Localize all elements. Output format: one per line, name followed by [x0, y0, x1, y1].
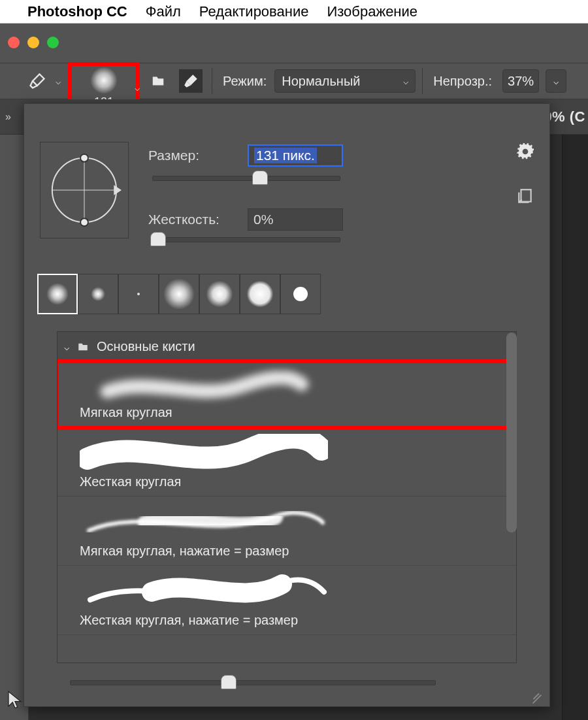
- create-new-preset-button[interactable]: [517, 188, 534, 207]
- brush-list-scrollbar[interactable]: [506, 333, 517, 532]
- brush-tip-option[interactable]: [240, 274, 280, 314]
- blend-mode-label: Режим:: [223, 74, 267, 89]
- brush-tip-option[interactable]: [159, 274, 199, 314]
- chevron-down-icon: ⌵: [135, 82, 140, 93]
- window-close-button[interactable]: [8, 37, 20, 48]
- brush-tool-icon[interactable]: [26, 70, 48, 92]
- brush-thumbnail-zoom-slider[interactable]: [70, 680, 436, 685]
- svg-point-5: [80, 218, 88, 226]
- brush-size-label: Размер:: [148, 148, 236, 163]
- app-window: ⌵ 131 ⌵ Режим: Нормальный ⌵ Непрозр.: 37…: [0, 24, 588, 720]
- brush-hardness-label: Жесткость:: [148, 212, 236, 227]
- brush-preset-name: Мягкая круглая: [80, 405, 507, 420]
- brush-folder-name: Основные кисти: [97, 339, 195, 354]
- canvas-dark-region: [562, 135, 588, 720]
- svg-point-4: [80, 154, 88, 162]
- menubar-appname[interactable]: Photoshop CC: [27, 3, 127, 20]
- brush-tip-option[interactable]: [37, 274, 78, 314]
- panel-collapse-chevrons-icon[interactable]: »: [5, 111, 11, 123]
- opacity-label: Непрозр.:: [433, 74, 492, 89]
- brush-preset-name: Жесткая круглая, нажатие = размер: [80, 613, 507, 628]
- menubar-edit[interactable]: Редактирование: [199, 3, 309, 20]
- slider-thumb[interactable]: [221, 675, 237, 689]
- brush-tip-shape-row: [37, 272, 334, 316]
- brush-preset-name: Жесткая круглая: [80, 474, 507, 489]
- opacity-dropdown[interactable]: ⌵: [546, 69, 566, 93]
- brush-stroke-preview-icon: [80, 434, 328, 470]
- menubar-image[interactable]: Изображение: [327, 3, 417, 20]
- brush-tip-option[interactable]: [199, 274, 240, 314]
- brush-stroke-preview-icon: [80, 371, 328, 401]
- folder-icon: [76, 341, 90, 353]
- slider-thumb[interactable]: [150, 232, 166, 246]
- brush-stroke-preview-icon: [80, 572, 328, 609]
- window-traffic-lights: [8, 37, 59, 48]
- tool-options-bar: ⌵ 131 ⌵ Режим: Нормальный ⌵ Непрозр.: 37…: [0, 63, 588, 99]
- blend-mode-select[interactable]: Нормальный ⌵: [274, 69, 416, 93]
- brush-preset-item[interactable]: Жесткая круглая, нажатие = размер: [57, 566, 516, 635]
- macos-menubar: Photoshop CC Файл Редактирование Изображ…: [0, 0, 588, 24]
- brush-preset-panel: Размер: 131 пикс. Жесткость: 0%: [24, 103, 550, 707]
- svg-marker-3: [114, 185, 122, 195]
- brush-size-field[interactable]: 131 пикс.: [248, 144, 343, 167]
- panel-settings-button[interactable]: [517, 143, 534, 163]
- window-minimize-button[interactable]: [27, 37, 39, 48]
- options-divider: [212, 68, 212, 94]
- brush-tool-dropdown[interactable]: ⌵: [52, 76, 64, 86]
- svg-rect-6: [521, 189, 531, 201]
- brush-preset-item[interactable]: Мягкая круглая: [57, 362, 516, 427]
- brush-stroke-preview-icon: [80, 503, 328, 540]
- brush-tip-option[interactable]: [280, 274, 321, 314]
- brush-settings-toggle[interactable]: [179, 69, 203, 93]
- brush-folder-button[interactable]: [146, 69, 170, 93]
- blend-mode-value: Нормальный: [282, 74, 360, 89]
- brush-angle-control[interactable]: [40, 142, 129, 238]
- chevron-down-icon: ⌵: [403, 76, 408, 86]
- brush-folder-row[interactable]: ⌵ Основные кисти: [57, 332, 516, 362]
- brush-tip-option[interactable]: [118, 274, 159, 314]
- slider-thumb[interactable]: [252, 171, 268, 185]
- brush-preset-name: Мягкая круглая, нажатие = размер: [80, 544, 507, 559]
- opacity-value-field[interactable]: 37%: [502, 69, 539, 93]
- brush-hardness-slider[interactable]: [152, 237, 340, 242]
- brush-preset-preview-icon: [90, 67, 118, 94]
- brush-tip-option[interactable]: [78, 274, 118, 314]
- brush-preset-item[interactable]: Жесткая круглая: [57, 427, 516, 497]
- brush-preset-list: ⌵ Основные кисти Мягкая круглая Жесткая …: [57, 331, 517, 663]
- window-maximize-button[interactable]: [47, 37, 59, 48]
- folder-expand-icon: ⌵: [64, 342, 69, 352]
- panel-resize-grip-icon[interactable]: [529, 687, 543, 701]
- brush-preset-item[interactable]: Мягкая круглая, нажатие = размер: [57, 497, 516, 566]
- menubar-file[interactable]: Файл: [146, 3, 181, 20]
- options-divider: [422, 68, 423, 94]
- cursor-pointer-icon: [7, 690, 24, 712]
- brush-hardness-field[interactable]: 0%: [248, 208, 343, 231]
- brush-size-slider[interactable]: [152, 176, 340, 181]
